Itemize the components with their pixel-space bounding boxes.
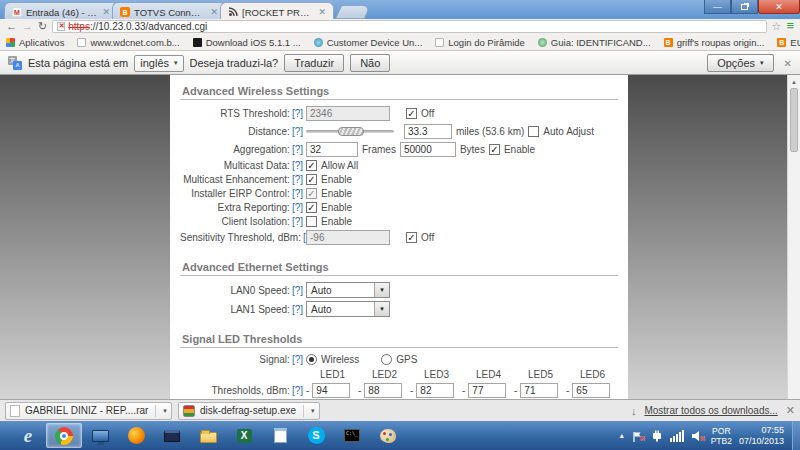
new-tab-button[interactable] [335, 5, 372, 19]
led4-threshold-input[interactable] [468, 383, 506, 398]
bookmark-item[interactable]: Login do Pirâmide [435, 37, 525, 48]
taskbar-explorer-folder-icon[interactable] [190, 423, 226, 448]
signal-gps-radio[interactable] [381, 354, 392, 365]
help-link[interactable]: [?] [292, 188, 303, 199]
minus-sign: - [410, 385, 413, 396]
show-desktop-button[interactable] [792, 421, 800, 450]
tab-close-icon[interactable]: ✕ [209, 7, 219, 17]
sensitivity-threshold-input[interactable] [306, 230, 390, 245]
bookmark-apps[interactable]: Aplicativos [6, 37, 64, 48]
help-link[interactable]: [?] [292, 285, 303, 296]
taskbar-notepad-icon[interactable] [262, 423, 298, 448]
led6-threshold-input[interactable] [572, 383, 610, 398]
page-scrollbar[interactable]: ▲ [787, 75, 800, 399]
help-link[interactable]: [?] [292, 385, 303, 396]
url-text[interactable]: https://10.23.0.33/advanced.cgi [68, 21, 207, 32]
forward-button[interactable]: → [22, 21, 33, 32]
translate-button[interactable]: Traduzir [284, 54, 344, 72]
multicast-enhancement-row: Multicast Enhancement:[?] ✓Enable [180, 174, 618, 185]
rts-off-checkbox[interactable]: ✓ [406, 108, 417, 119]
auto-adjust-checkbox[interactable] [528, 126, 539, 137]
close-button[interactable]: ✕ [758, 0, 800, 14]
installer-eirp-checkbox[interactable]: ✓ [306, 188, 317, 199]
help-link[interactable]: [?] [292, 354, 303, 365]
bookmark-item[interactable]: Download iOS 5.1.1 ... [193, 37, 301, 48]
download-bar-close-icon[interactable]: ✕ [786, 404, 795, 417]
bookmark-item[interactable]: BEUCLIDES CD'S: HA... [777, 37, 800, 48]
help-link[interactable]: [?] [292, 160, 303, 171]
taskbar-internet-explorer-icon[interactable]: e [10, 423, 46, 448]
download-item-rar[interactable]: GABRIEL DINIZ - REP....rar ▾ [5, 402, 172, 420]
tab-rocket-active[interactable]: [ROCKET PREDIO] - Adva ✕ [220, 2, 334, 19]
minimize-button[interactable]: — [704, 0, 731, 14]
scrollbar-thumb[interactable] [790, 88, 798, 152]
help-link[interactable]: [?] [292, 144, 303, 155]
restore-button[interactable] [731, 0, 758, 14]
tab-close-icon[interactable]: ✕ [101, 7, 111, 17]
lan1-speed-select[interactable]: Auto▾ [306, 301, 390, 317]
taskbar-clock[interactable]: 07:55 07/10/2013 [739, 425, 784, 447]
help-link[interactable]: [?] [292, 108, 303, 119]
back-button[interactable]: ← [6, 21, 17, 32]
bookmark-star-icon[interactable]: ☆ [772, 20, 782, 33]
taskbar-paint-icon[interactable] [370, 423, 406, 448]
chevron-down-icon[interactable]: ▾ [163, 407, 167, 415]
certificate-error-icon[interactable] [57, 22, 65, 31]
no-button[interactable]: Não [350, 54, 390, 72]
client-isolation-checkbox[interactable] [306, 216, 317, 227]
help-link[interactable]: [?] [292, 126, 303, 137]
address-bar[interactable]: https://10.23.0.33/advanced.cgi [52, 20, 766, 33]
aggregation-enable-checkbox[interactable]: ✓ [489, 144, 500, 155]
help-link[interactable]: [?] [292, 216, 303, 227]
tab-totvs[interactable]: B TOTVS Connect: Como Fa ✕ [112, 2, 226, 19]
led3-threshold-input[interactable] [416, 383, 454, 398]
taskbar-remote-desktop-icon[interactable] [82, 423, 118, 448]
tray-expand-chevron-icon[interactable]: ▴ [620, 431, 624, 440]
led5-threshold-input[interactable] [520, 383, 558, 398]
extra-reporting-checkbox[interactable]: ✓ [306, 202, 317, 213]
bookmark-item[interactable]: www.wdcnet.com.b... [77, 37, 179, 48]
volume-muted-icon[interactable]: ✕ [691, 429, 704, 442]
taskbar-chrome-icon[interactable] [46, 423, 82, 448]
help-link[interactable]: [?] [292, 202, 303, 213]
bookmark-item[interactable]: Guia: IDENTIFICAND... [538, 37, 651, 48]
slider-handle[interactable] [338, 127, 364, 136]
taskbar-command-prompt-icon[interactable]: C:\_ [334, 423, 370, 448]
distance-slider[interactable] [306, 127, 394, 136]
taskbar-skype-icon[interactable]: S [298, 423, 334, 448]
language-select[interactable]: inglês▾ [134, 55, 183, 72]
options-button[interactable]: Opções▾ [707, 54, 773, 72]
help-link[interactable]: [?] [292, 304, 303, 315]
download-item-exe[interactable]: disk-defrag-setup.exe ▾ [178, 402, 320, 420]
chrome-menu-icon[interactable]: ≡ [786, 21, 794, 31]
bookmark-item[interactable]: Customer Device Un... [314, 37, 423, 48]
aggregation-frames-input[interactable] [306, 142, 358, 157]
aggregation-bytes-input[interactable] [400, 142, 456, 157]
chevron-down-icon[interactable]: ▾ [311, 407, 315, 415]
distance-input[interactable] [404, 124, 452, 139]
multicast-enhancement-checkbox[interactable]: ✓ [306, 174, 317, 185]
led1-threshold-input[interactable] [312, 383, 350, 398]
multicast-data-checkbox[interactable]: ✓ [306, 160, 317, 171]
sensitivity-off-checkbox[interactable]: ✓ [406, 232, 417, 243]
led2-threshold-input[interactable] [364, 383, 402, 398]
power-plug-icon[interactable] [651, 429, 664, 442]
taskbar-excel-icon[interactable]: X [226, 423, 262, 448]
bookmark-item[interactable]: Bgriff's roupas origin... [664, 37, 765, 48]
taskbar-console-window-icon[interactable] [154, 423, 190, 448]
signal-wireless-radio[interactable] [306, 354, 317, 365]
rts-threshold-input[interactable] [306, 106, 390, 121]
scroll-up-arrow[interactable]: ▲ [788, 75, 800, 88]
reload-button[interactable]: ↻ [38, 21, 47, 32]
show-all-downloads-link[interactable]: Mostrar todos os downloads... [644, 405, 777, 416]
help-link[interactable]: [?] [292, 174, 303, 185]
infobar-close-icon[interactable]: ✕ [784, 58, 792, 69]
action-center-flag-icon[interactable]: ✕ [631, 429, 644, 442]
lan0-speed-select[interactable]: Auto▾ [306, 282, 390, 298]
network-signal-icon[interactable] [671, 429, 684, 442]
tab-close-icon[interactable]: ✕ [317, 7, 327, 17]
language-indicator[interactable]: POR PTB2 [711, 426, 732, 446]
taskbar-firefox-icon[interactable] [118, 423, 154, 448]
field-label: Multicast Enhancement:[?] [180, 174, 306, 185]
tab-gmail[interactable]: M Entrada (46) - ti@nfa.com ✕ [4, 2, 118, 19]
